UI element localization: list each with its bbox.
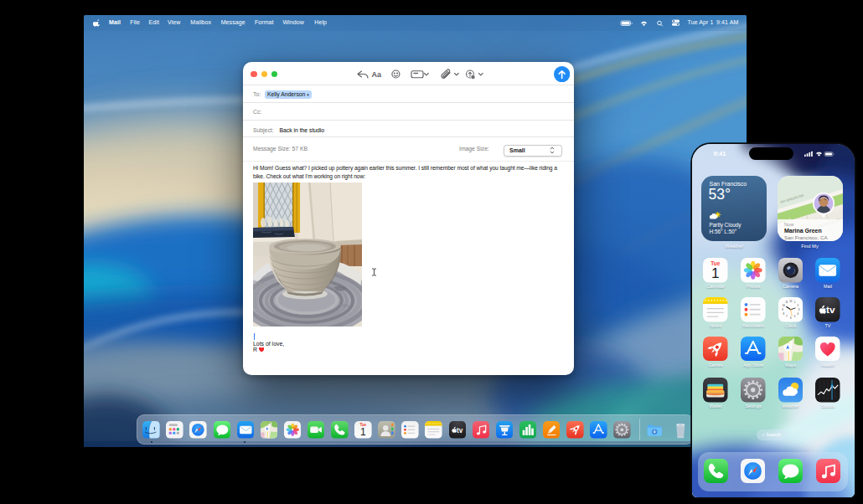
svg-text:Now: Now bbox=[784, 222, 794, 227]
svg-text:12: 12 bbox=[789, 300, 793, 303]
svg-text:tv: tv bbox=[457, 427, 463, 435]
svg-text:11: 11 bbox=[785, 301, 788, 304]
svg-text:10: 10 bbox=[782, 304, 785, 307]
svg-text:Tue: Tue bbox=[711, 260, 721, 266]
svg-text:San Francisco, CA: San Francisco, CA bbox=[784, 234, 828, 240]
svg-text:Aa: Aa bbox=[372, 70, 382, 79]
svg-text:tv: tv bbox=[826, 304, 835, 315]
svg-text:1: 1 bbox=[711, 265, 720, 281]
svg-text:1: 1 bbox=[360, 426, 366, 438]
svg-text:Marina Green: Marina Green bbox=[784, 228, 822, 234]
